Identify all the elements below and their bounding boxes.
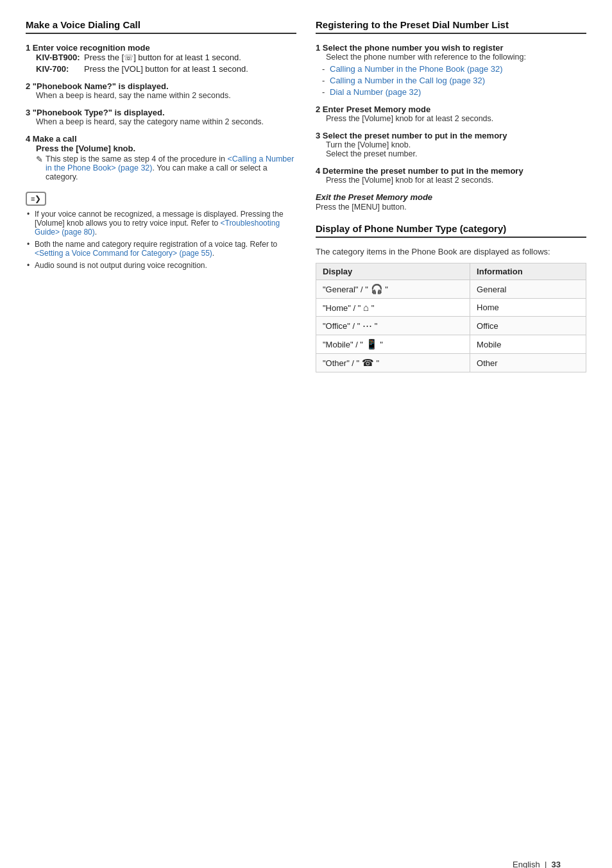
note-item-2: Both the name and category require regis… [26,240,296,258]
right-column: Registering to the Preset Dial Number Li… [316,19,586,372]
r-step-1-sub-list: Calling a Number in the Phone Book (page… [321,64,586,97]
footer-lang: English [513,860,540,868]
table-row: "Mobile" / " 📱 " Mobile [316,335,586,354]
calling-call-log-link[interactable]: Calling a Number in the Call log (page 3… [330,76,485,85]
dial-number-link[interactable]: Dial a Number (page 32) [330,87,421,97]
step-3-block: 3 "Phonebook Type?" is displayed. When a… [26,108,296,126]
table-cell-info: General [470,280,586,299]
r-step-1-num: 1 [316,43,320,53]
exit-block: Exit the Preset Memory mode Press the [M… [316,192,586,212]
step-3-title: "Phonebook Type?" is displayed. [33,108,165,117]
step-1-block: 1 Enter voice recognition mode KIV-BT900… [26,43,296,74]
table-row: "Home" / " ⌂ " Home [316,299,586,317]
r-step-3-block: 3 Select the preset number to put in the… [316,131,586,158]
r-step-3-body: Turn the [Volume] knob.Select the preset… [326,140,586,158]
kiv-row-700: KIV-700: Press the [VOL] button for at l… [36,64,296,74]
section2-intro: The category items in the Phone Book are… [316,247,586,256]
table-cell-info: Office [470,317,586,335]
table-row: "General" / " 🎧 " General [316,280,586,299]
phone-book-link-1[interactable]: <Calling a Number in the Phone Book> (pa… [46,154,294,172]
kiv-bt900-label: KIV-BT900: [36,53,84,62]
r-step-4-header: 4 Determine the preset number to put in … [316,166,586,176]
kiv-bt900-value: Press the [☏] button for at least 1 seco… [84,53,296,62]
office-icon: ⋯ [362,320,372,331]
table-cell-info: Other [470,354,586,372]
table-cell-display: "Office" / " ⋯ " [316,317,470,335]
note-item-1: If your voice cannot be recognized, a me… [26,210,296,237]
step-4-note-text: This step is the same as step 4 of the p… [46,154,296,181]
general-icon: 🎧 [371,283,383,294]
r-step-1-body: Select the phone number with reference t… [326,53,586,62]
r-step-1-block: 1 Select the phone number you wish to re… [316,43,586,97]
troubleshooting-link[interactable]: <Troubleshooting Guide> (page 80) [35,219,280,237]
calling-phone-book-link[interactable]: Calling a Number in the Phone Book (page… [330,64,503,74]
page-footer: English | 33 [513,860,561,868]
r-step-1-header: 1 Select the phone number you wish to re… [316,43,586,53]
step-1-header: 1 Enter voice recognition mode [26,43,296,53]
other-icon: ☎ [362,357,374,368]
table-row: "Office" / " ⋯ " Office [316,317,586,335]
r-step-4-body: Press the [Volume] knob for at least 2 s… [326,176,586,185]
right-section1-title: Registering to the Preset Dial Number Li… [316,19,586,34]
note-block: ≡❯ If your voice cannot be recognized, a… [26,189,296,270]
step-3-body: When a beep is heard, say the category n… [36,117,296,126]
step-4-num: 4 [26,134,30,144]
table-cell-display: "Other" / " ☎ " [316,354,470,372]
kiv-table: KIV-BT900: Press the [☏] button for at l… [36,53,296,74]
left-column: Make a Voice Dialing Call 1 Enter voice … [26,19,296,372]
note-item-3: Audio sound is not output during voice r… [26,261,296,270]
left-section-title: Make a Voice Dialing Call [26,19,296,34]
step-2-block: 2 "Phonebook Name?" is displayed. When a… [26,81,296,100]
footer-pagenum: 33 [552,860,561,868]
exit-italic-label: Exit the Preset Memory mode [316,192,432,202]
kiv-700-label: KIV-700: [36,64,84,74]
table-cell-info: Mobile [470,335,586,354]
r-sub-item-3: Dial a Number (page 32) [321,87,586,97]
table-header-info: Information [470,263,586,280]
step-1-num: 1 [26,43,30,53]
table-header-display: Display [316,263,470,280]
r-step-3-title: Select the preset number to put in the m… [323,131,507,140]
r-step-4-block: 4 Determine the preset number to put in … [316,166,586,185]
step-4-title: Make a call [33,134,77,144]
table-cell-display: "Mobile" / " 📱 " [316,335,470,354]
step-4-block: 4 Make a call Press the [Volume] knob. ✎… [26,134,296,181]
step-4-subheader: Press the [Volume] knob. [36,144,296,153]
page-wrapper: Make a Voice Dialing Call 1 Enter voice … [26,19,586,868]
r-step-3-num: 3 [316,131,320,140]
table-cell-display: "General" / " 🎧 " [316,280,470,299]
phone-number-type-table: Display Information "General" / " 🎧 " Ge… [316,263,586,372]
step-1-title: Enter voice recognition mode [33,43,150,53]
r-step-4-title: Determine the preset number to put in th… [323,166,523,176]
r-step-4-num: 4 [316,166,320,176]
note-icon: ≡❯ [26,192,46,206]
step-2-header: 2 "Phonebook Name?" is displayed. [26,81,296,91]
r-step-2-body: Press the [Volume] knob for at least 2 s… [326,114,586,123]
step-3-header: 3 "Phonebook Type?" is displayed. [26,108,296,117]
r-step-2-block: 2 Enter Preset Memory mode Press the [Vo… [316,104,586,123]
kiv-700-value: Press the [VOL] button for at least 1 se… [84,64,296,74]
r-step-3-header: 3 Select the preset number to put in the… [316,131,586,140]
step-4-header: 4 Make a call [26,134,296,144]
r-step-2-num: 2 [316,104,320,114]
page-layout: Make a Voice Dialing Call 1 Enter voice … [26,19,586,372]
voice-command-link[interactable]: <Setting a Voice Command for Category> (… [35,249,212,258]
table-cell-display: "Home" / " ⌂ " [316,299,470,317]
mobile-icon: 📱 [366,338,378,349]
right-section2-title: Display of Phone Number Type (category) [316,223,586,238]
exit-body: Press the [MENU] button. [316,203,407,212]
step-3-num: 3 [26,108,30,117]
step-2-num: 2 [26,81,30,91]
r-sub-item-1: Calling a Number in the Phone Book (page… [321,64,586,74]
step-4-pencil-note: ✎ This step is the same as step 4 of the… [36,154,296,181]
pencil-icon: ✎ [36,154,43,181]
step-2-title: "Phonebook Name?" is displayed. [33,81,169,91]
r-sub-item-2: Calling a Number in the Call log (page 3… [321,76,586,85]
kiv-row-bt900: KIV-BT900: Press the [☏] button for at l… [36,53,296,62]
step-2-body: When a beep is heard, say the name withi… [36,91,296,100]
table-row: "Other" / " ☎ " Other [316,354,586,372]
r-step-1-title: Select the phone number you wish to regi… [323,43,504,53]
r-step-2-header: 2 Enter Preset Memory mode [316,104,586,114]
r-step-2-title: Enter Preset Memory mode [323,104,430,114]
table-cell-info: Home [470,299,586,317]
